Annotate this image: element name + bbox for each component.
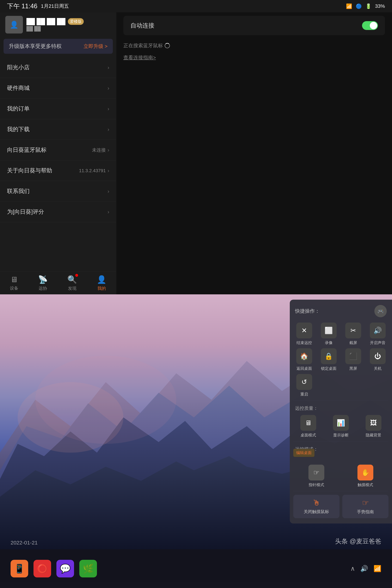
chevron-right-icon: ›	[108, 106, 109, 112]
quality-diagnose[interactable]: 📊 显示诊断	[326, 415, 356, 438]
auto-connect-toggle[interactable]	[362, 21, 378, 30]
wifi-icon: 📶	[346, 3, 352, 9]
searching-status: 正在搜索蓝牙鼠标	[116, 39, 392, 52]
remote-quality-grid: 🖥 桌面模式 📊 显示诊断 🖼 隐藏背景	[293, 413, 388, 440]
quick-screenshot[interactable]: ✂ 截屏	[342, 322, 364, 346]
quick-restart[interactable]: ↺ 重启	[293, 374, 315, 397]
tab-device-label: 设备	[10, 285, 18, 291]
touch-mode-icon: ✋	[358, 464, 373, 480]
gesture-guide[interactable]: ☞ 手势指南	[342, 495, 388, 518]
menu-item-contact-us[interactable]: 联系我们 ›	[0, 181, 116, 202]
pointer-mode[interactable]: ☞ 指针模式	[293, 464, 340, 488]
taskbar-app-2[interactable]: ⭕	[34, 560, 51, 578]
chevron-right-icon: ›	[108, 126, 109, 132]
menu-item-sunshine-shop[interactable]: 阳光小店 ›	[0, 57, 116, 78]
searching-text-label: 正在搜索蓝牙鼠标	[124, 42, 163, 49]
pointer-mode-icon: ☞	[308, 464, 324, 480]
end-remote-label: 结束远控	[296, 340, 312, 346]
device-icon: 🖥	[10, 275, 18, 284]
tab-discover[interactable]: 🔍 发现	[67, 275, 77, 291]
menu-item-my-orders[interactable]: 我的订单 ›	[0, 98, 116, 119]
bluetooth-icon: 🔵	[356, 3, 362, 9]
upgrade-banner[interactable]: 升级版本享受更多特权 立即升级 >	[4, 39, 113, 54]
status-date: 1月21日周五	[41, 3, 69, 10]
shutdown-label: 关机	[374, 366, 382, 371]
status-icons: 📶 🔵 🔋 33%	[346, 3, 385, 9]
taskbar-apps: 📱 ⭕ 💬 🌿	[10, 560, 97, 578]
quality-desktop[interactable]: 🖥 桌面模式	[293, 415, 323, 438]
user-name: ██ ██ ██ ██	[26, 18, 66, 25]
restart-icon: ↺	[296, 374, 312, 390]
quick-sound[interactable]: 🔊 开启声音	[367, 322, 388, 346]
menu-item-rate[interactable]: 为[向日葵]评分 ›	[0, 202, 116, 222]
home-label: 返回桌面	[296, 366, 312, 371]
home-icon: 🏠	[296, 348, 312, 364]
quick-panel-header: 快捷操作： 🎮	[293, 303, 388, 321]
menu-item-about[interactable]: 关于向日葵与帮助 11.3.2.43791 ›	[0, 160, 116, 181]
tab-mine-label: 我的	[98, 286, 106, 291]
taskbar-app-3[interactable]: 💬	[56, 560, 74, 578]
battery-icon: 🔋	[366, 3, 372, 9]
chevron-right-icon: ›	[108, 147, 109, 153]
quick-black-screen[interactable]: ⬛ 黑屏	[342, 348, 364, 371]
quality-hide-bg[interactable]: 🖼 隐藏背景	[359, 415, 388, 438]
remote-control-grid: ☞ 指针模式 ✋ 触摸模式	[293, 463, 388, 489]
hide-bg-icon: 🖼	[366, 415, 382, 431]
quick-lock[interactable]: 🔒 锁定桌面	[318, 348, 340, 371]
taskbar-app-1[interactable]: 📱	[10, 560, 28, 578]
lock-label: 锁定桌面	[321, 366, 336, 371]
chevron-right-icon: ›	[108, 64, 109, 70]
taskbar-app-4[interactable]: 🌿	[79, 560, 97, 578]
user-sub: ██ ██	[26, 26, 111, 31]
desktop-mode-icon: 🖥	[300, 415, 316, 431]
tab-remote-label: 远协	[38, 286, 47, 291]
chevron-right-icon: ›	[108, 85, 109, 91]
divider-3	[293, 491, 388, 491]
diagnose-icon: 📊	[333, 415, 349, 431]
quick-actions-grid: ✕ 结束远控 ⬜ 录像 ✂ 截屏 🔊 开启声音 🏠 返回桌面 🔒 锁定桌面 ⬛ …	[293, 321, 388, 399]
touch-mode-label: 触摸模式	[358, 482, 373, 488]
chevron-right-icon: ›	[108, 209, 109, 215]
record-icon: ⬜	[321, 322, 337, 338]
svg-point-6	[35, 356, 176, 444]
gesture-guide-icon: ☞	[362, 498, 369, 507]
menu-item-my-downloads[interactable]: 我的下载 ›	[0, 119, 116, 140]
chevron-right-icon: ›	[108, 188, 109, 194]
quick-end-remote[interactable]: ✕ 结束远控	[293, 322, 315, 346]
tab-device[interactable]: 🖥 设备	[10, 275, 18, 291]
lock-icon: 🔒	[321, 348, 337, 364]
chevron-right-icon: ›	[108, 168, 109, 174]
user-info: ██ ██ ██ ██ 爱楼版 ██ ██	[26, 18, 111, 31]
guide-link[interactable]: 查看连接指南>	[116, 52, 392, 63]
mine-icon: 👤	[97, 275, 106, 284]
remote-icon: 📡	[38, 275, 48, 284]
close-touch-mouse[interactable]: 🖱 关闭触摸鼠标	[293, 495, 340, 518]
screenshot-icon: ✂	[345, 322, 361, 338]
quick-actions-panel: 快捷操作： 🎮 ✕ 结束远控 ⬜ 录像 ✂ 截屏 🔊 开启声音 🏠 返回桌面 🔒…	[290, 300, 392, 524]
quick-shutdown[interactable]: ⏻ 关机	[367, 348, 388, 371]
menu-item-bluetooth-mouse[interactable]: 向日葵蓝牙鼠标 未连接 ›	[0, 140, 116, 160]
quick-record[interactable]: ⬜ 录像	[318, 322, 340, 346]
quick-home[interactable]: 🏠 返回桌面	[293, 348, 315, 371]
system-taskbar: 📱 ⭕ 💬 🌿 ∧ 🔊 📶	[0, 549, 392, 588]
watermark: 头条 @麦豆爸爸	[335, 537, 382, 546]
close-touch-mouse-icon: 🖱	[312, 498, 320, 507]
volume-icon[interactable]: 🔊	[360, 565, 368, 572]
tab-bar: 🖥 设备 📡 远协 🔍 发现 👤 我的	[0, 272, 116, 294]
quick-panel-title: 快捷操作：	[295, 308, 320, 314]
panel-icon[interactable]: 🎮	[374, 305, 387, 317]
upgrade-button[interactable]: 立即升级 >	[84, 43, 108, 50]
status-time: 下午 11:46	[7, 2, 37, 10]
up-icon[interactable]: ∧	[350, 565, 355, 572]
gesture-guide-label: 手势指南	[357, 509, 374, 515]
left-panel: ☀ 💬 📷 👤 ██ ██ ██ ██ 爱楼版 ██ ██ 升级版本享受更多特权…	[0, 0, 116, 294]
wifi-taskbar-icon[interactable]: 📶	[374, 565, 382, 572]
avatar: 👤	[5, 16, 23, 34]
tab-mine[interactable]: 👤 我的	[97, 275, 106, 291]
menu-item-hardware-store[interactable]: 硬件商城 ›	[0, 78, 116, 98]
touch-mode[interactable]: ✋ 触摸模式	[342, 464, 388, 488]
close-touch-mouse-label: 关闭触摸鼠标	[304, 509, 329, 514]
diagnose-label: 显示诊断	[333, 432, 349, 438]
tab-remote[interactable]: 📡 远协	[38, 275, 48, 291]
taskbar-right-controls: ∧ 🔊 📶	[350, 565, 382, 572]
